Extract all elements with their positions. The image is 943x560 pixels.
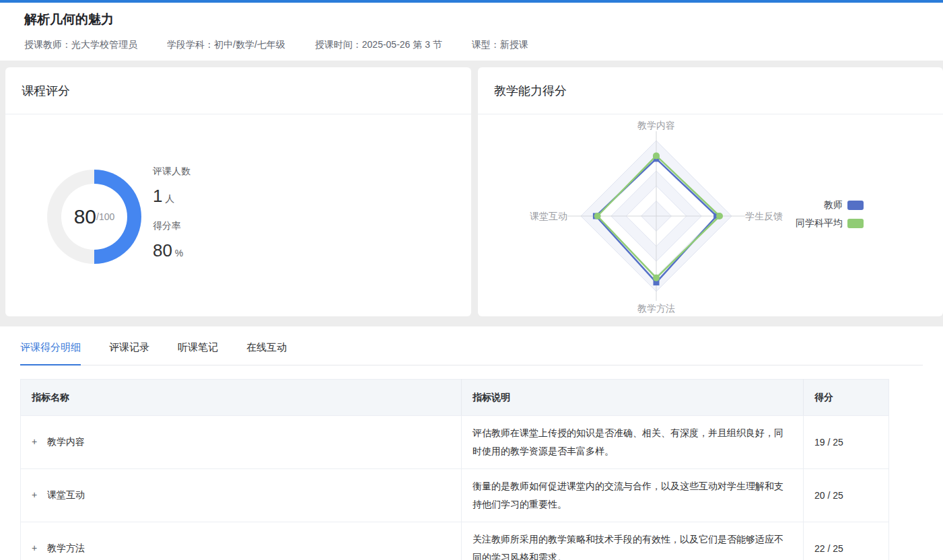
course-meta-row: 授课教师：光大学校管理员学段学科：初中/数学/七年级授课时间：2025-05-2… xyxy=(24,39,919,51)
tab-听课笔记[interactable]: 听课笔记 xyxy=(178,341,218,365)
radar-chart: 教学内容学生反馈教学方法课堂互动 xyxy=(478,114,943,316)
detail-section: 评课得分明细评课记录听课笔记在线互动 指标名称指标说明得分 +教学内容评估教师在… xyxy=(0,326,943,560)
legend-label: 同学科平均 xyxy=(796,217,843,230)
page-title: 解析几何的魅力 xyxy=(24,11,919,28)
indicator-score: 22 / 25 xyxy=(804,522,889,560)
expand-row-icon[interactable]: + xyxy=(32,436,41,447)
table-header-row: 指标名称指标说明得分 xyxy=(21,380,889,416)
radar-axis-label: 课堂互动 xyxy=(530,211,567,221)
indicator-name: 课堂互动 xyxy=(47,489,85,500)
course-score-card-title: 课程评分 xyxy=(5,67,471,114)
score-stats: 评课人数1 人得分率80 % xyxy=(153,166,190,275)
radar-axis-label: 教学方法 xyxy=(637,303,675,314)
stat-label: 得分率 xyxy=(153,220,190,232)
table-row: +教学内容评估教师在课堂上传授的知识是否准确、相关、有深度，并且组织良好，同时使… xyxy=(21,416,889,469)
indicator-description: 评估教师在课堂上传授的知识是否准确、相关、有深度，并且组织良好，同时使用的教学资… xyxy=(473,424,792,460)
table-row: +教学方法关注教师所采用的教学策略和技术手段的有效性，以及它们是否能够适应不同的… xyxy=(21,522,889,560)
score-donut-chart: 80/100 xyxy=(47,170,141,264)
indicator-name: 教学方法 xyxy=(47,542,85,553)
course-meta-item: 授课教师：光大学校管理员 xyxy=(24,39,137,51)
stat-value: 1 人 xyxy=(153,186,190,207)
page-header: 解析几何的魅力 授课教师：光大学校管理员学段学科：初中/数学/七年级授课时间：2… xyxy=(0,3,943,61)
tab-bar: 评课得分明细评课记录听课笔记在线互动 xyxy=(20,326,923,365)
course-meta-item: 课型：新授课 xyxy=(472,39,528,51)
indicator-description: 衡量的是教师如何促进课堂内的交流与合作，以及这些互动对学生理解和支持他们学习的重… xyxy=(473,477,792,514)
expand-row-icon[interactable]: + xyxy=(32,542,41,553)
legend-label: 教师 xyxy=(824,199,843,211)
expand-row-icon[interactable]: + xyxy=(32,489,41,500)
score-total: /100 xyxy=(96,211,114,222)
score-value: 80 xyxy=(74,205,96,228)
tab-在线互动[interactable]: 在线互动 xyxy=(246,341,287,365)
indicator-score: 20 / 25 xyxy=(804,469,889,522)
teaching-ability-card: 教学能力得分 教学内容学生反馈教学方法课堂互动 教师同学科平均 xyxy=(478,67,943,316)
table-row: +课堂互动衡量的是教师如何促进课堂内的交流与合作，以及这些互动对学生理解和支持他… xyxy=(21,469,889,522)
indicator-name: 教学内容 xyxy=(47,436,85,447)
legend-item[interactable]: 同学科平均 xyxy=(796,217,864,230)
indicator-description: 关注教师所采用的教学策略和技术手段的有效性，以及它们是否能够适应不同的学习风格和… xyxy=(473,530,792,560)
tab-评课得分明细[interactable]: 评课得分明细 xyxy=(20,341,81,365)
course-meta-item: 学段学科：初中/数学/七年级 xyxy=(167,39,285,51)
legend-swatch xyxy=(847,219,864,228)
indicator-score: 19 / 25 xyxy=(804,416,889,469)
radar-axis-label: 学生反馈 xyxy=(745,211,783,221)
course-meta-item: 授课时间：2025-05-26 第 3 节 xyxy=(315,39,442,51)
indicator-table: 指标名称指标说明得分 +教学内容评估教师在课堂上传授的知识是否准确、相关、有深度… xyxy=(20,379,889,560)
tab-评课记录[interactable]: 评课记录 xyxy=(109,341,149,365)
teaching-ability-card-title: 教学能力得分 xyxy=(478,67,943,114)
column-header: 得分 xyxy=(804,380,889,416)
radar-axis-label: 教学内容 xyxy=(637,120,675,131)
stat-value: 80 % xyxy=(153,240,190,261)
course-score-card: 课程评分 80/100 评课人数1 人得分率80 % xyxy=(5,67,471,316)
legend-swatch xyxy=(847,201,864,210)
score-donut-center: 80/100 xyxy=(61,184,127,250)
radar-legend: 教师同学科平均 xyxy=(796,199,864,230)
column-header: 指标说明 xyxy=(462,380,804,416)
stat-label: 评课人数 xyxy=(153,166,190,178)
column-header: 指标名称 xyxy=(21,380,462,416)
legend-item[interactable]: 教师 xyxy=(796,199,864,211)
